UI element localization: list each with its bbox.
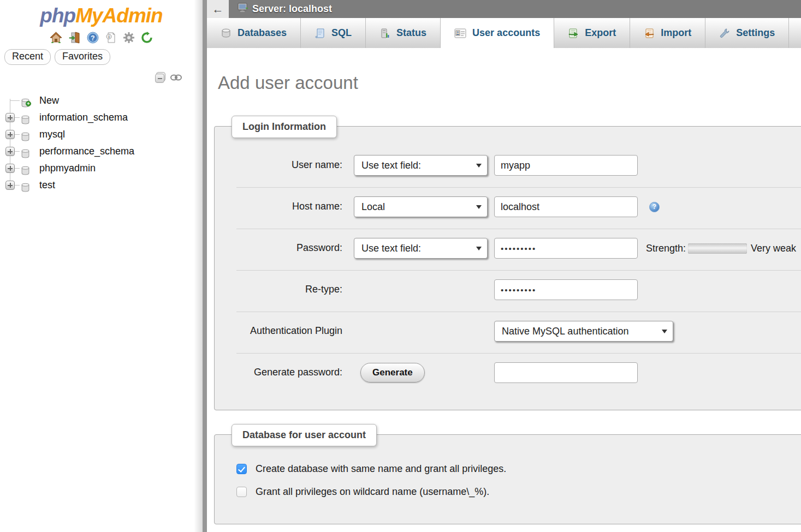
- host-name-label: Host name:: [236, 196, 342, 212]
- strength-label: Strength:: [646, 243, 686, 254]
- wrench-icon: [719, 28, 730, 39]
- tree-item-information-schema[interactable]: information_schema: [0, 109, 203, 126]
- password-label: Password:: [236, 238, 342, 254]
- plus-badge-icon: +: [26, 101, 31, 106]
- generate-button[interactable]: Generate: [360, 363, 425, 382]
- home-icon[interactable]: [50, 32, 62, 44]
- login-information-fieldset: Login Information User name: Use text fi…: [214, 126, 801, 410]
- sidebar: phpMyAdmin ? i Recent Favorites + New in…: [0, 0, 203, 532]
- tree-item-label: performance_schema: [39, 146, 134, 157]
- server-icon: [238, 3, 248, 15]
- back-button[interactable]: ←: [207, 0, 229, 18]
- database-for-user-fieldset: Database for user account Create databas…: [214, 434, 801, 524]
- user-name-row: User name: Use text field:: [236, 146, 801, 187]
- password-input[interactable]: [494, 238, 638, 259]
- tab-status[interactable]: Status: [366, 18, 441, 48]
- password-type-select[interactable]: Use text field:: [354, 238, 488, 259]
- generate-password-row: Generate password: Generate: [236, 353, 801, 394]
- host-name-row: Host name: Local ?: [236, 187, 801, 229]
- import-icon: [644, 28, 655, 39]
- tree-branch-line: [10, 100, 20, 101]
- expand-icon[interactable]: [5, 181, 15, 190]
- generated-password-input[interactable]: [494, 362, 638, 383]
- tree-item-label: phpmyadmin: [39, 163, 96, 174]
- strength-meter: [688, 243, 747, 254]
- auth-plugin-select[interactable]: Native MySQL authentication: [494, 321, 673, 342]
- page-content: Add user account Login Information User …: [207, 73, 801, 524]
- tab-label: SQL: [331, 27, 352, 39]
- auth-plugin-row: Authentication Plugin Native MySQL authe…: [236, 312, 801, 353]
- help-icon[interactable]: ?: [649, 202, 660, 212]
- logout-icon[interactable]: [68, 32, 81, 44]
- logo-myadmin: MyAdmin: [75, 4, 163, 27]
- retype-row: Re-type:: [236, 270, 801, 312]
- phpmyadmin-logo[interactable]: phpMyAdmin: [0, 0, 203, 27]
- tab-user-accounts[interactable]: User accounts: [441, 18, 554, 48]
- database-for-user-legend: Database for user account: [232, 424, 377, 446]
- sidebar-quick-lists: Recent Favorites: [4, 49, 203, 65]
- help-icon[interactable]: ?: [87, 32, 99, 44]
- expand-icon[interactable]: [5, 147, 15, 156]
- create-database-option: Create database with same name and grant…: [236, 458, 801, 481]
- tree-item-performance-schema[interactable]: performance_schema: [0, 143, 203, 160]
- host-name-input[interactable]: [494, 196, 638, 217]
- tree-item-phpmyadmin[interactable]: phpmyadmin: [0, 160, 203, 177]
- chevron-down-icon: [476, 164, 482, 168]
- tab-export[interactable]: Export: [554, 18, 630, 48]
- chevron-down-icon: [476, 205, 482, 209]
- select-value: Local: [361, 201, 385, 213]
- user-name-label: User name:: [236, 155, 342, 171]
- password-strength: Strength: Very weak: [646, 243, 796, 254]
- tab-import[interactable]: Import: [630, 18, 705, 48]
- chevron-down-icon: [662, 330, 667, 333]
- select-value: Native MySQL authentication: [502, 326, 628, 337]
- tab-sql[interactable]: SQL: [301, 18, 366, 48]
- tab-label: Status: [396, 27, 426, 39]
- expand-icon[interactable]: [5, 164, 15, 173]
- databases-icon: [221, 28, 232, 39]
- login-information-legend: Login Information: [232, 116, 337, 138]
- select-value: Use text field:: [361, 243, 421, 254]
- tree-item-label: New: [39, 95, 59, 106]
- create-database-checkbox[interactable]: [236, 464, 247, 474]
- expand-icon[interactable]: [5, 130, 15, 139]
- server-breadcrumb[interactable]: Server: localhost: [238, 3, 332, 15]
- grant-wildcard-option: Grant all privileges on wildcard name (u…: [236, 481, 801, 504]
- user-name-input[interactable]: [494, 155, 638, 176]
- database-tree: + New information_schema mysql performan…: [0, 92, 203, 194]
- grant-wildcard-label: Grant all privileges on wildcard name (u…: [256, 486, 489, 498]
- refresh-icon[interactable]: [141, 32, 153, 44]
- favorites-button[interactable]: Favorites: [55, 49, 110, 65]
- docs-icon[interactable]: i: [105, 32, 117, 44]
- sidebar-resize-divider[interactable]: [203, 0, 207, 532]
- retype-label: Re-type:: [236, 279, 342, 295]
- host-name-type-select[interactable]: Local: [354, 196, 488, 217]
- chevron-down-icon: [476, 247, 482, 250]
- grant-wildcard-checkbox[interactable]: [236, 487, 247, 497]
- tab-databases[interactable]: Databases: [207, 18, 301, 48]
- server-title-text: Server: localhost: [252, 3, 332, 15]
- sql-icon: [315, 28, 325, 39]
- generate-password-label: Generate password:: [236, 362, 342, 378]
- expand-icon[interactable]: [5, 113, 15, 122]
- link-with-main-icon[interactable]: [170, 73, 182, 83]
- collapse-all-icon[interactable]: [155, 72, 165, 83]
- database-icon: [21, 181, 30, 198]
- logo-php: php: [40, 4, 75, 27]
- tree-item-new[interactable]: + New: [0, 92, 203, 109]
- password-row: Password: Use text field: Strength: Very…: [236, 229, 801, 270]
- recent-button[interactable]: Recent: [4, 49, 51, 65]
- select-value: Use text field:: [361, 160, 421, 171]
- retype-password-input[interactable]: [494, 279, 638, 300]
- create-database-label: Create database with same name and grant…: [256, 463, 506, 475]
- tree-item-test[interactable]: test: [0, 177, 203, 194]
- user-name-type-select[interactable]: Use text field:: [354, 155, 488, 176]
- tab-label: Import: [661, 27, 691, 39]
- settings-icon[interactable]: [123, 32, 135, 44]
- tab-settings[interactable]: Settings: [705, 18, 789, 48]
- tree-item-mysql[interactable]: mysql: [0, 126, 203, 143]
- tab-label: Export: [585, 27, 616, 39]
- topbar: ← Server: localhost: [207, 0, 801, 18]
- strength-text: Very weak: [751, 243, 796, 254]
- sidebar-icon-row: ? i: [0, 32, 203, 44]
